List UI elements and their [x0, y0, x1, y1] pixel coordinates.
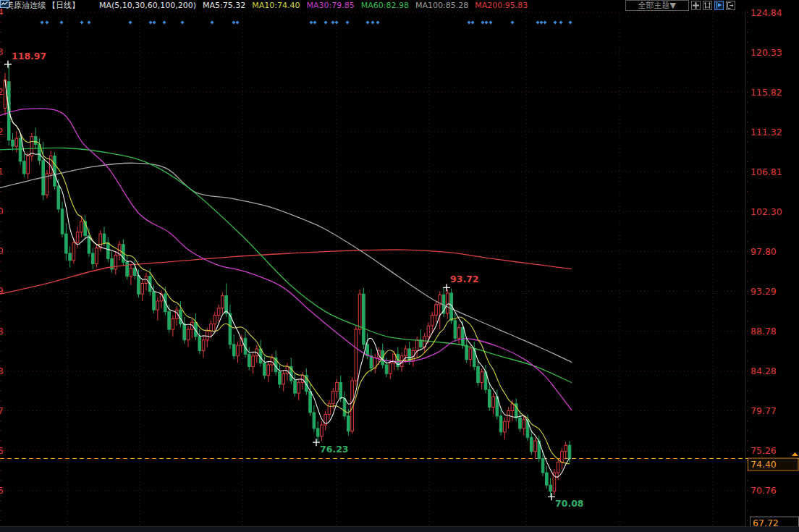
toolbar-right: 全部主题▼ — [625, 0, 735, 11]
candle-body — [61, 209, 64, 234]
candle-body — [282, 373, 285, 384]
candle-body — [130, 269, 132, 276]
candle-body — [198, 337, 201, 351]
candle-body — [339, 382, 342, 398]
ma10-value: MA10:74.40 — [252, 0, 300, 11]
candle-body — [415, 340, 418, 351]
candle-body — [316, 428, 319, 436]
left-axis-partial-digit: 9 — [0, 286, 4, 296]
extreme-price-label: 76.23 — [320, 444, 349, 455]
extreme-price-label: 118.97 — [12, 51, 46, 62]
candle-body — [389, 363, 392, 374]
candle-body — [328, 404, 331, 415]
candle-body — [431, 316, 434, 326]
candle-body — [221, 296, 224, 308]
ma60-value: MA60:82.98 — [361, 0, 409, 11]
candle-body — [355, 329, 358, 381]
candle-body — [530, 437, 533, 452]
candle-body — [65, 234, 68, 253]
candle-body — [138, 276, 140, 295]
candle-body — [454, 321, 457, 338]
top-bar: 美原油连续 【日线】 MA(5,10,30,60,100,200) MA5:75… — [0, 0, 799, 11]
left-axis-partial-digit: 0 — [0, 246, 4, 256]
candle-body — [72, 242, 75, 260]
axis-price-label: 75.26 — [751, 445, 777, 456]
candle-body — [96, 248, 98, 264]
candle-body — [457, 328, 460, 339]
candle-body — [405, 349, 407, 356]
candle-body — [309, 392, 312, 413]
kline-chart-canvas[interactable]: 4322100988766118.9793.7276.2370.08124.84… — [0, 0, 799, 532]
candle-body — [206, 332, 209, 340]
candle-body — [447, 293, 449, 313]
candle-body — [91, 253, 94, 264]
candle-body — [252, 356, 255, 367]
candle-body — [534, 441, 537, 452]
bottom-strip — [0, 527, 799, 532]
ma100-value: MA100:85.28 — [415, 0, 468, 11]
candle-body — [504, 421, 507, 432]
candle-body — [111, 258, 114, 269]
left-axis-partial-digit: 0 — [0, 206, 4, 216]
candle-body — [343, 398, 346, 415]
axis-price-label: 70.76 — [751, 485, 777, 496]
candle-body — [313, 413, 316, 428]
candle-body — [427, 326, 430, 337]
candle-body — [12, 140, 14, 147]
candle-body — [54, 156, 56, 187]
chart-style-icon-button[interactable] — [714, 1, 724, 10]
candle-body — [347, 416, 350, 431]
kline-app: 4322100988766118.9793.7276.2370.08124.84… — [0, 0, 799, 532]
candle-body — [76, 232, 79, 243]
candle-body — [172, 318, 174, 329]
candle-body — [481, 372, 483, 383]
candle-body — [321, 425, 324, 436]
candle-body — [267, 365, 270, 376]
axis-price-label: 97.80 — [751, 246, 777, 257]
candle-body — [19, 138, 22, 161]
candle-body — [168, 312, 171, 329]
candle-body — [462, 328, 465, 345]
candle-body — [153, 292, 156, 311]
kline-mini-icon — [87, 1, 96, 9]
candle-body — [114, 255, 117, 269]
candle-body — [363, 294, 365, 345]
candle-body — [511, 404, 514, 411]
axis-price-label: 93.29 — [751, 286, 777, 297]
left-axis-partial-digit: 1 — [0, 166, 4, 177]
candle-body — [141, 284, 144, 295]
candle-body — [187, 329, 190, 340]
exit-icon-button[interactable] — [726, 1, 735, 10]
candle-body — [370, 356, 373, 368]
candle-body — [80, 221, 83, 232]
candle-body — [27, 156, 30, 174]
candle-body — [523, 420, 525, 428]
candle-body — [465, 345, 468, 360]
candle-body — [106, 242, 109, 258]
axis-scale-icon-button[interactable] — [703, 1, 712, 10]
candle-body — [103, 234, 106, 242]
ma200-value: MA200:95.83 — [475, 0, 528, 11]
candle-body — [214, 316, 216, 324]
candle-body — [557, 462, 559, 473]
left-axis-partial-digit: 7 — [0, 406, 4, 416]
candle-body — [69, 253, 72, 261]
split-grid-icon-button[interactable] — [691, 1, 701, 10]
candle-body — [297, 382, 300, 393]
candle-body — [488, 389, 491, 407]
candle-body — [358, 294, 361, 329]
candle-body — [248, 354, 250, 366]
candle-body — [4, 80, 7, 108]
candle-body — [57, 186, 60, 209]
candle-body — [499, 416, 502, 432]
extreme-price-label: 70.08 — [555, 498, 584, 509]
candle-body — [232, 345, 235, 356]
candle-body — [336, 382, 339, 391]
candle-body — [565, 445, 567, 452]
candle-body — [23, 161, 26, 174]
candle-body — [263, 363, 266, 376]
left-axis-partial-digit: 6 — [0, 446, 4, 456]
theme-selector-button[interactable]: 全部主题▼ — [625, 0, 689, 11]
left-axis-partial-digit: 8 — [0, 326, 4, 337]
candle-body — [561, 452, 564, 463]
